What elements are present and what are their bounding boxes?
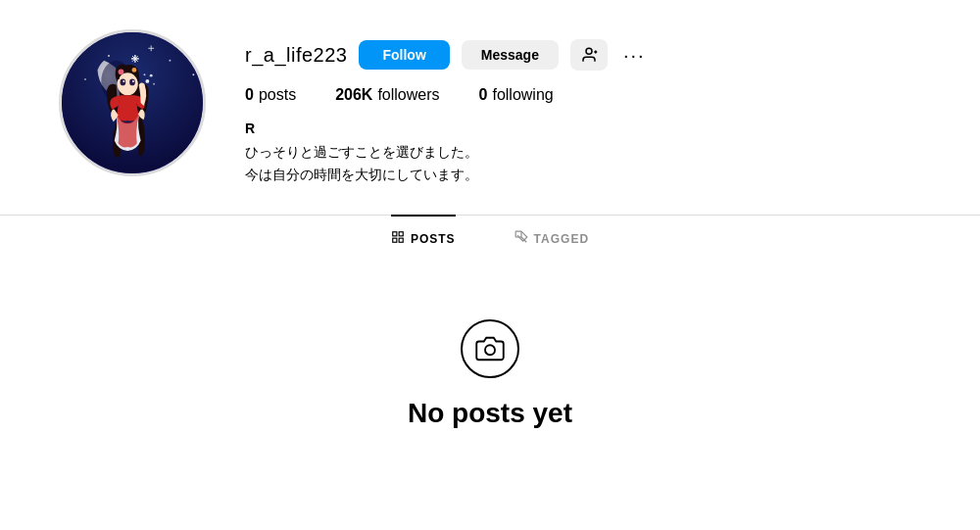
svg-point-24 xyxy=(144,73,146,75)
svg-point-17 xyxy=(129,79,135,86)
svg-point-19 xyxy=(132,80,134,82)
svg-point-5 xyxy=(169,60,171,62)
following-count: 0 xyxy=(479,86,488,104)
no-posts-title: No posts yet xyxy=(408,398,572,429)
svg-point-23 xyxy=(150,74,153,77)
svg-point-4 xyxy=(182,45,185,48)
svg-rect-31 xyxy=(393,238,397,242)
svg-point-15 xyxy=(118,72,138,95)
followers-label: followers xyxy=(377,86,439,104)
add-person-button[interactable] xyxy=(570,39,608,71)
avatar-container xyxy=(59,29,206,176)
camera-icon-circle xyxy=(461,319,519,378)
tab-posts[interactable]: POSTS xyxy=(391,215,456,261)
svg-rect-30 xyxy=(399,232,403,236)
bio-name: R xyxy=(245,118,921,139)
following-stat[interactable]: 0 following xyxy=(479,86,554,104)
svg-point-21 xyxy=(132,68,137,72)
svg-point-34 xyxy=(485,345,495,355)
svg-point-16 xyxy=(121,79,126,86)
svg-point-6 xyxy=(84,78,86,80)
svg-point-18 xyxy=(122,80,124,82)
posts-label: posts xyxy=(259,86,296,104)
bio-line1: ひっそりと過ごすことを選びました。 xyxy=(245,141,921,163)
following-label: following xyxy=(492,86,553,104)
avatar-image xyxy=(62,32,203,173)
svg-point-22 xyxy=(145,79,149,83)
svg-rect-29 xyxy=(393,232,397,236)
profile-header: r_a_life223 Follow Message ··· xyxy=(245,39,921,71)
bio-section: R ひっそりと過ごすことを選びました。 今は自分の時間を大切にしています。 xyxy=(245,118,921,185)
tag-icon xyxy=(514,230,528,247)
stats-row: 0 posts 206K followers 0 following xyxy=(245,86,921,104)
svg-point-20 xyxy=(119,69,124,74)
svg-point-26 xyxy=(586,48,592,54)
bio-line2: 今は自分の時間を大切にしています。 xyxy=(245,164,921,185)
profile-section: r_a_life223 Follow Message ··· 0 posts 2… xyxy=(0,0,980,205)
svg-point-25 xyxy=(153,83,155,85)
svg-rect-32 xyxy=(399,238,403,242)
add-person-icon xyxy=(580,46,598,64)
tab-tagged[interactable]: TAGGED xyxy=(514,215,589,261)
more-options-button[interactable]: ··· xyxy=(619,44,650,67)
username: r_a_life223 xyxy=(245,44,347,67)
posts-stat: 0 posts xyxy=(245,86,296,104)
posts-count: 0 xyxy=(245,86,254,104)
tabs-row: POSTS TAGGED xyxy=(0,216,980,261)
tab-tagged-label: TAGGED xyxy=(534,232,589,246)
no-posts-section: No posts yet xyxy=(0,261,980,468)
avatar xyxy=(59,29,206,176)
message-button[interactable]: Message xyxy=(462,40,559,70)
svg-point-3 xyxy=(108,55,110,57)
profile-info: r_a_life223 Follow Message ··· 0 posts 2… xyxy=(245,29,921,185)
follow-button[interactable]: Follow xyxy=(359,40,449,70)
svg-point-2 xyxy=(94,41,96,43)
camera-icon xyxy=(475,334,505,363)
followers-stat[interactable]: 206K followers xyxy=(335,86,439,104)
followers-count: 206K xyxy=(335,86,372,104)
svg-point-1 xyxy=(79,50,82,53)
svg-point-7 xyxy=(192,73,194,75)
tab-posts-label: POSTS xyxy=(411,232,456,246)
grid-icon xyxy=(391,230,405,247)
